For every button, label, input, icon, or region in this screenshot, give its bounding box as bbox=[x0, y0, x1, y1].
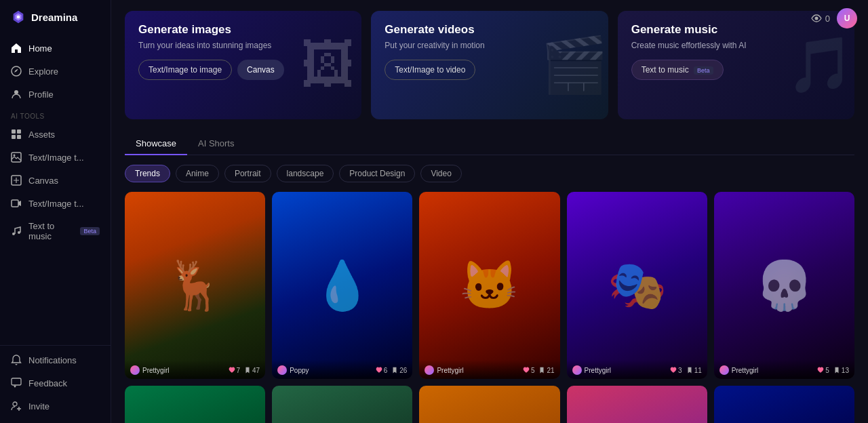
sidebar-item-notifications[interactable]: Notifications bbox=[0, 348, 111, 371]
showcase-tabs: Showcase AI Shorts bbox=[125, 133, 854, 155]
user-avatar-dot-1 bbox=[130, 365, 140, 375]
logo[interactable]: Dreamina bbox=[0, 0, 111, 34]
image-user-2: Poppy bbox=[277, 365, 309, 375]
image-user-3: Prettygirl bbox=[425, 365, 463, 375]
canvas-button[interactable]: Canvas bbox=[237, 60, 284, 80]
card-art-9: 👸 bbox=[567, 386, 707, 423]
card-art-8: 🌸 bbox=[419, 386, 559, 423]
image-card-9[interactable]: 👸Prettygirl 9 42 bbox=[567, 386, 707, 423]
user-avatar-dot-5 bbox=[719, 365, 729, 375]
bookmark-icon bbox=[244, 367, 251, 374]
card-art-4: 🎭 bbox=[567, 192, 707, 379]
svg-rect-6 bbox=[17, 135, 21, 139]
svg-point-0 bbox=[17, 16, 20, 19]
image-user-1: Prettygirl bbox=[130, 365, 169, 375]
music-beta-badge: Beta bbox=[80, 227, 100, 235]
filter-video[interactable]: Video bbox=[420, 165, 461, 182]
main-content: 0 U 🖼 Generate images Turn your ideas in… bbox=[111, 0, 868, 423]
text-to-music-button[interactable]: Text to music Beta bbox=[631, 60, 724, 80]
hero-images-title: Generate images bbox=[138, 23, 348, 37]
heart-icon bbox=[817, 367, 824, 374]
sidebar-item-explore[interactable]: Explore bbox=[0, 60, 111, 83]
message-icon bbox=[11, 378, 22, 388]
sidebar-item-home[interactable]: Home bbox=[0, 37, 111, 60]
sidebar: Dreamina Home Explore Profile AI tools bbox=[0, 0, 111, 423]
bookmark-stat-5: 13 bbox=[833, 367, 849, 374]
image-card-8[interactable]: 🌸Prettygirl 8 31 bbox=[419, 386, 559, 423]
hero-card-videos: 🎬 Generate videos Put your creativity in… bbox=[371, 11, 608, 119]
filter-pills: Trends Anime Portrait landscape Product … bbox=[125, 165, 854, 182]
image-user-5: Prettygirl bbox=[719, 365, 758, 375]
filter-anime[interactable]: Anime bbox=[176, 165, 219, 182]
like-stat-4: 3 bbox=[670, 367, 682, 374]
bookmark-icon bbox=[833, 367, 840, 374]
filter-product-design[interactable]: Product Design bbox=[339, 165, 415, 182]
grid-icon bbox=[11, 129, 22, 140]
hero-images-buttons: Text/Image to image Canvas bbox=[138, 60, 348, 80]
user-name-4: Prettygirl bbox=[585, 367, 611, 374]
image-stats-3: 5 21 bbox=[523, 367, 555, 374]
sidebar-bottom: Notifications Feedback Invite bbox=[0, 345, 111, 420]
sidebar-item-textimage1[interactable]: Text/Image t... bbox=[0, 146, 111, 169]
image-card-10[interactable]: 🌙Prettygirl 3 15 bbox=[714, 386, 854, 423]
sidebar-item-assets[interactable]: Assets bbox=[0, 123, 111, 146]
svg-rect-13 bbox=[12, 378, 21, 385]
textimage-to-video-button[interactable]: Text/Image to video bbox=[384, 60, 475, 80]
card-art-6: 🎃 bbox=[125, 386, 265, 423]
card-art-10: 🌙 bbox=[714, 386, 854, 423]
tab-showcase[interactable]: Showcase bbox=[125, 133, 187, 155]
user-plus-icon bbox=[11, 401, 22, 411]
eye-icon bbox=[811, 13, 822, 24]
filter-landscape[interactable]: landscape bbox=[277, 165, 334, 182]
svg-rect-5 bbox=[12, 135, 16, 139]
bookmark-stat-1: 47 bbox=[244, 367, 260, 374]
heart-icon bbox=[670, 367, 677, 374]
user-name-3: Prettygirl bbox=[437, 367, 463, 374]
sidebar-item-invite[interactable]: Invite bbox=[0, 395, 111, 418]
like-stat-1: 7 bbox=[229, 367, 241, 374]
user-name-5: Prettygirl bbox=[732, 367, 758, 374]
image-user-4: Prettygirl bbox=[572, 365, 611, 375]
filter-trends[interactable]: Trends bbox=[125, 165, 170, 182]
bookmark-stat-2: 26 bbox=[391, 367, 407, 374]
image-card-7[interactable]: 🤡Prettygirl 6 22 bbox=[272, 386, 412, 423]
like-stat-5: 5 bbox=[817, 367, 829, 374]
textimage-to-image-button[interactable]: Text/Image to image bbox=[138, 60, 232, 80]
like-stat-2: 6 bbox=[376, 367, 388, 374]
heart-icon bbox=[523, 367, 530, 374]
credits-display: 0 bbox=[811, 13, 830, 24]
svg-point-11 bbox=[12, 233, 15, 235]
canvas-icon bbox=[11, 175, 22, 186]
image-card-5[interactable]: 💀Prettygirl 5 13 bbox=[714, 192, 854, 379]
sidebar-item-feedback[interactable]: Feedback bbox=[0, 371, 111, 395]
sidebar-item-textmusic[interactable]: Text to music Beta bbox=[0, 215, 111, 247]
user-avatar[interactable]: U bbox=[837, 8, 857, 28]
sidebar-item-textimage2[interactable]: Text/Image t... bbox=[0, 192, 111, 215]
image-footer-3: Prettygirl 5 21 bbox=[419, 360, 559, 379]
image-card-6[interactable]: 🎃Prettygirl 4 18 bbox=[125, 386, 265, 423]
heart-icon bbox=[376, 367, 382, 374]
sidebar-item-profile[interactable]: Profile bbox=[0, 83, 111, 106]
heart-icon bbox=[229, 367, 235, 374]
sidebar-item-canvas[interactable]: Canvas bbox=[0, 169, 111, 192]
tab-ai-shorts[interactable]: AI Shorts bbox=[187, 133, 245, 155]
image-card-4[interactable]: 🎭Prettygirl 3 11 bbox=[567, 192, 707, 379]
image-card-2[interactable]: 💧Poppy 6 26 bbox=[272, 192, 412, 379]
svg-point-14 bbox=[13, 402, 17, 406]
hero-music-beta-badge: Beta bbox=[694, 66, 713, 75]
bell-icon bbox=[11, 355, 22, 365]
user-name-1: Prettygirl bbox=[142, 367, 169, 374]
hero-music-desc: Create music effortlessly with AI bbox=[631, 41, 841, 50]
ai-tools-label: AI tools bbox=[0, 106, 111, 123]
image-footer-4: Prettygirl 3 11 bbox=[567, 360, 707, 379]
image-card-3[interactable]: 🐱Prettygirl 5 21 bbox=[419, 192, 559, 379]
card-art-1: 🦌 bbox=[125, 192, 265, 379]
hero-card-images: 🖼 Generate images Turn your ideas into s… bbox=[125, 11, 361, 119]
bookmark-stat-4: 11 bbox=[686, 367, 702, 374]
compass-icon bbox=[11, 66, 22, 77]
hero-videos-title: Generate videos bbox=[384, 23, 594, 37]
image-card-1[interactable]: 🦌Prettygirl 7 47 bbox=[125, 192, 265, 379]
filter-portrait[interactable]: Portrait bbox=[224, 165, 271, 182]
bookmark-icon bbox=[686, 367, 693, 374]
svg-point-2 bbox=[14, 90, 18, 94]
